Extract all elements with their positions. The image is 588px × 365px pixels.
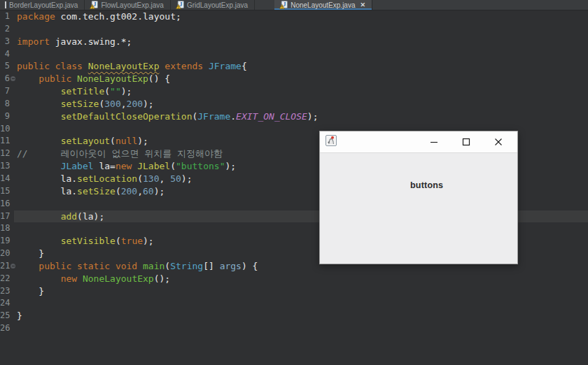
line-number[interactable]: 7 bbox=[0, 85, 10, 98]
line-number[interactable]: 2 bbox=[0, 23, 10, 36]
line-number[interactable]: 11 bbox=[0, 135, 10, 148]
fold-column bbox=[10, 123, 14, 136]
tab-close-icon[interactable]: ✕ bbox=[360, 2, 365, 8]
close-icon bbox=[493, 137, 503, 147]
code-line-25: 25} bbox=[0, 310, 588, 322]
window-titlebar[interactable] bbox=[320, 131, 517, 153]
fold-column bbox=[10, 222, 14, 235]
fold-column bbox=[10, 248, 14, 260]
tab-gridlayoutexp-java[interactable]: J GridLayoutExp.java bbox=[171, 0, 255, 10]
buttons-label: buttons bbox=[410, 180, 443, 190]
code-text[interactable]: package com.tech.gt002.layout; bbox=[14, 10, 588, 23]
line-number[interactable]: 22 bbox=[0, 273, 10, 285]
tab-bar: BorderLayoutExp.java J FlowLayoutExp.jav… bbox=[0, 0, 588, 10]
fold-column bbox=[10, 285, 14, 298]
tab-bar-gap bbox=[255, 0, 274, 10]
fold-column bbox=[10, 273, 14, 285]
code-text[interactable]: setSize(300,200); bbox=[14, 98, 588, 110]
code-line-1: 1package com.tech.gt002.layout; bbox=[0, 10, 588, 23]
line-number[interactable]: 5 bbox=[0, 60, 10, 73]
fold-column bbox=[10, 10, 14, 23]
code-text[interactable]: import javax.swing.*; bbox=[14, 36, 588, 48]
line-number[interactable]: 3 bbox=[0, 36, 10, 48]
line-number[interactable]: 19 bbox=[0, 235, 10, 248]
tab-flowlayoutexp-java[interactable]: J FlowLayoutExp.java bbox=[85, 0, 171, 10]
code-text[interactable] bbox=[14, 322, 588, 335]
fold-column bbox=[10, 73, 14, 85]
code-text[interactable]: new NoneLayoutExp(); bbox=[14, 273, 588, 285]
code-text[interactable] bbox=[14, 297, 588, 310]
line-number[interactable]: 16 bbox=[0, 198, 10, 210]
line-number[interactable]: 20 bbox=[0, 248, 10, 260]
tab-borderlayoutexp-java[interactable]: BorderLayoutExp.java bbox=[0, 0, 85, 10]
code-text[interactable]: public NoneLayoutExp() { bbox=[14, 73, 588, 85]
code-text[interactable]: } bbox=[14, 310, 588, 322]
code-line-5: 5public class NoneLayoutExp extends JFra… bbox=[0, 60, 588, 73]
fold-column bbox=[10, 160, 14, 173]
code-line-6: 6 public NoneLayoutExp() { bbox=[0, 73, 588, 85]
line-number[interactable]: 10 bbox=[0, 123, 10, 136]
code-text[interactable]: setTitle(""); bbox=[14, 85, 588, 98]
fold-column bbox=[10, 260, 14, 273]
fold-column bbox=[10, 60, 14, 73]
window-content: buttons bbox=[320, 153, 517, 264]
code-line-3: 3import javax.swing.*; bbox=[0, 36, 588, 48]
tab-label: BorderLayoutExp.java bbox=[9, 1, 78, 9]
line-number[interactable]: 24 bbox=[0, 297, 10, 310]
code-text[interactable]: setDefaultCloseOperation(JFrame.EXIT_ON_… bbox=[14, 110, 588, 123]
fold-column bbox=[10, 85, 14, 98]
line-number[interactable]: 1 bbox=[0, 10, 10, 23]
line-number[interactable]: 17 bbox=[0, 210, 10, 223]
swing-app-window: buttons bbox=[319, 131, 518, 264]
tab-label: NoneLayoutExp.java bbox=[290, 1, 355, 9]
code-line-24: 24 bbox=[0, 297, 588, 310]
line-number[interactable]: 21 bbox=[0, 260, 10, 273]
ide-screen: BorderLayoutExp.java J FlowLayoutExp.jav… bbox=[0, 0, 588, 365]
code-line-4: 4 bbox=[0, 48, 588, 61]
fold-column bbox=[10, 235, 14, 248]
line-number[interactable]: 26 bbox=[0, 322, 10, 335]
fold-column bbox=[10, 210, 14, 223]
code-text[interactable]: } bbox=[14, 285, 588, 298]
minimize-button[interactable] bbox=[418, 131, 450, 152]
java-file-warning-icon: J bbox=[176, 1, 184, 9]
java-file-warning-icon: J bbox=[90, 1, 98, 9]
line-number[interactable]: 4 bbox=[0, 48, 10, 61]
fold-column bbox=[10, 48, 14, 61]
code-text[interactable] bbox=[14, 48, 588, 61]
fold-column bbox=[10, 322, 14, 335]
clipped-java-file-icon bbox=[5, 1, 6, 8]
fold-marker-icon[interactable] bbox=[10, 264, 15, 269]
fold-column bbox=[10, 98, 14, 110]
fold-column bbox=[10, 173, 14, 185]
tab-nonelayoutexp-java[interactable]: J NoneLayoutExp.java✕ bbox=[274, 0, 372, 10]
code-line-22: 22 new NoneLayoutExp(); bbox=[0, 273, 588, 285]
fold-column bbox=[10, 198, 14, 210]
java-duke-icon bbox=[326, 135, 337, 146]
code-text[interactable]: public class NoneLayoutExp extends JFram… bbox=[14, 60, 588, 73]
line-number[interactable]: 18 bbox=[0, 222, 10, 235]
line-number[interactable]: 12 bbox=[0, 148, 10, 160]
code-line-26: 26 bbox=[0, 322, 588, 335]
line-number[interactable]: 15 bbox=[0, 185, 10, 198]
fold-column bbox=[10, 148, 14, 160]
code-line-23: 23 } bbox=[0, 285, 588, 298]
fold-column bbox=[10, 310, 14, 322]
line-number[interactable]: 13 bbox=[0, 160, 10, 173]
code-line-2: 2 bbox=[0, 23, 588, 36]
line-number[interactable]: 9 bbox=[0, 110, 10, 123]
code-line-8: 8 setSize(300,200); bbox=[0, 98, 588, 110]
line-number[interactable]: 6 bbox=[0, 73, 10, 85]
fold-column bbox=[10, 23, 14, 36]
fold-column bbox=[10, 297, 14, 310]
code-line-9: 9 setDefaultCloseOperation(JFrame.EXIT_O… bbox=[0, 110, 588, 123]
tab-label: GridLayoutExp.java bbox=[187, 1, 248, 9]
maximize-button[interactable] bbox=[450, 131, 482, 152]
line-number[interactable]: 8 bbox=[0, 98, 10, 110]
line-number[interactable]: 23 bbox=[0, 285, 10, 298]
fold-column bbox=[10, 185, 14, 198]
line-number[interactable]: 14 bbox=[0, 173, 10, 185]
code-text[interactable] bbox=[14, 23, 588, 36]
close-button[interactable] bbox=[482, 131, 514, 152]
line-number[interactable]: 25 bbox=[0, 310, 10, 322]
